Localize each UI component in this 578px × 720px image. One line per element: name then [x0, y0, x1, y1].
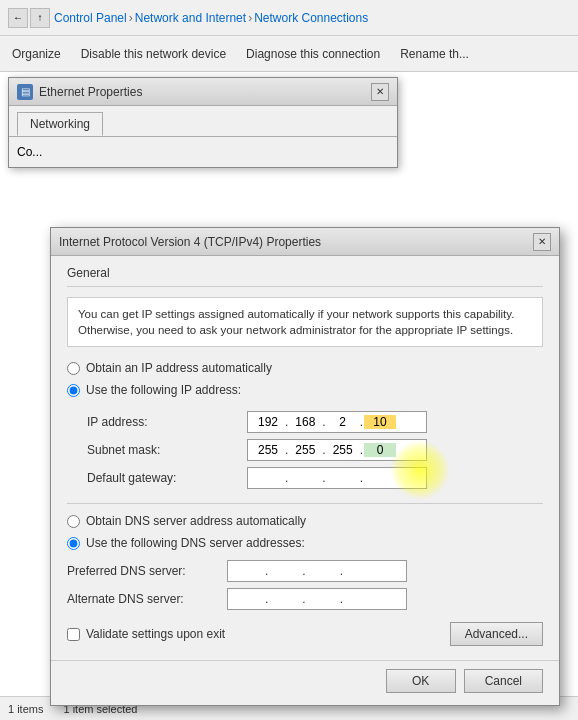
ip-dot-1: .	[285, 415, 288, 429]
tcpip-dialog: Internet Protocol Version 4 (TCP/IPv4) P…	[50, 227, 560, 706]
subnet-dot-1: .	[285, 443, 288, 457]
auto-ip-radio-label[interactable]: Obtain an IP address automatically	[67, 361, 543, 375]
subnet-octet-3[interactable]	[327, 443, 359, 457]
ip-dot-2: .	[322, 415, 325, 429]
ip-octet-4[interactable]	[364, 415, 396, 429]
manual-dns-label: Use the following DNS server addresses:	[86, 536, 305, 550]
adns-dot-1: .	[265, 592, 268, 606]
subnet-dot-2: .	[322, 443, 325, 457]
tcpip-close-button[interactable]: ✕	[533, 233, 551, 251]
default-gateway-row: Default gateway: . . .	[87, 467, 543, 489]
info-text: You can get IP settings assigned automat…	[67, 297, 543, 347]
ip-dot-3: .	[360, 415, 363, 429]
ip-address-row: IP address: . . .	[87, 411, 543, 433]
breadcrumb-control-panel[interactable]: Control Panel	[54, 11, 127, 25]
ethernet-title-left: ▤ Ethernet Properties	[17, 84, 142, 100]
pdns-octet-2[interactable]	[269, 564, 301, 578]
divider-1	[67, 503, 543, 504]
sep1: ›	[129, 11, 133, 25]
adns-octet-1[interactable]	[232, 592, 264, 606]
default-gateway-label: Default gateway:	[87, 471, 247, 485]
up-arrow[interactable]: ↑	[30, 8, 50, 28]
subnet-mask-label: Subnet mask:	[87, 443, 247, 457]
auto-ip-label: Obtain an IP address automatically	[86, 361, 272, 375]
validate-checkbox[interactable]	[67, 628, 80, 641]
pdns-octet-3[interactable]	[307, 564, 339, 578]
main-area: ▤ Ethernet Properties ✕ Networking Co...…	[0, 72, 578, 720]
subnet-mask-input-box[interactable]: . . .	[247, 439, 427, 461]
rename-btn[interactable]: Rename th...	[396, 45, 473, 63]
breadcrumb-connections[interactable]: Network Connections	[254, 11, 368, 25]
address-bar: ← ↑ Control Panel › Network and Internet…	[0, 0, 578, 36]
subnet-octet-1[interactable]	[252, 443, 284, 457]
networking-tab[interactable]: Networking	[17, 112, 103, 136]
gateway-octet-3[interactable]	[327, 471, 359, 485]
gateway-dot-3: .	[360, 471, 363, 485]
sep2: ›	[248, 11, 252, 25]
general-tab-label[interactable]: General	[67, 266, 543, 287]
adns-dot-3: .	[340, 592, 343, 606]
subnet-mask-row: Subnet mask: . . .	[87, 439, 543, 461]
auto-ip-radio[interactable]	[67, 362, 80, 375]
pdns-octet-4[interactable]	[344, 564, 376, 578]
items-count: 1 items	[8, 703, 43, 715]
ethernet-properties-dialog: ▤ Ethernet Properties ✕ Networking Co...	[8, 77, 398, 168]
adns-octet-4[interactable]	[344, 592, 376, 606]
subnet-octet-2[interactable]	[289, 443, 321, 457]
breadcrumb-network[interactable]: Network and Internet	[135, 11, 246, 25]
ip-octet-3[interactable]	[327, 415, 359, 429]
auto-dns-radio-label[interactable]: Obtain DNS server address automatically	[67, 514, 543, 528]
alternate-dns-row: Alternate DNS server: . . .	[67, 588, 543, 610]
toolbar: Organize Disable this network device Dia…	[0, 36, 578, 72]
ethernet-dialog-titlebar: ▤ Ethernet Properties ✕	[9, 78, 397, 106]
ip-address-input-box[interactable]: . . .	[247, 411, 427, 433]
manual-ip-radio[interactable]	[67, 384, 80, 397]
validate-checkbox-label[interactable]: Validate settings upon exit	[67, 627, 225, 641]
gateway-dot-1: .	[285, 471, 288, 485]
back-arrow[interactable]: ←	[8, 8, 28, 28]
pdns-octet-1[interactable]	[232, 564, 264, 578]
diagnose-btn[interactable]: Diagnose this connection	[242, 45, 384, 63]
default-gateway-input-box[interactable]: . . .	[247, 467, 427, 489]
tcpip-content: General You can get IP settings assigned…	[51, 256, 559, 656]
gateway-octet-1[interactable]	[252, 471, 284, 485]
organize-btn[interactable]: Organize	[8, 45, 65, 63]
bottom-section: Validate settings upon exit Advanced...	[67, 622, 543, 646]
adns-octet-3[interactable]	[307, 592, 339, 606]
manual-ip-label: Use the following IP address:	[86, 383, 241, 397]
ip-octet-2[interactable]	[289, 415, 321, 429]
preferred-dns-input-box[interactable]: . . .	[227, 560, 407, 582]
gateway-dot-2: .	[322, 471, 325, 485]
preferred-dns-label: Preferred DNS server:	[67, 564, 227, 578]
auto-dns-radio[interactable]	[67, 515, 80, 528]
ip-fields-section: IP address: . . . Su	[87, 411, 543, 489]
connection-label: Co...	[17, 145, 42, 159]
ip-address-label: IP address:	[87, 415, 247, 429]
ethernet-close-button[interactable]: ✕	[371, 83, 389, 101]
advanced-button[interactable]: Advanced...	[450, 622, 543, 646]
pdns-dot-2: .	[302, 564, 305, 578]
tcpip-title: Internet Protocol Version 4 (TCP/IPv4) P…	[59, 235, 321, 249]
pdns-dot-3: .	[340, 564, 343, 578]
validate-label: Validate settings upon exit	[86, 627, 225, 641]
subnet-octet-4[interactable]	[364, 443, 396, 457]
manual-dns-radio[interactable]	[67, 537, 80, 550]
subnet-dot-3: .	[360, 443, 363, 457]
alternate-dns-input-box[interactable]: . . .	[227, 588, 407, 610]
breadcrumb: Control Panel › Network and Internet › N…	[54, 11, 368, 25]
pdns-dot-1: .	[265, 564, 268, 578]
disable-btn[interactable]: Disable this network device	[77, 45, 230, 63]
cancel-button[interactable]: Cancel	[464, 669, 543, 693]
manual-ip-radio-label[interactable]: Use the following IP address:	[67, 383, 543, 397]
gateway-octet-4[interactable]	[364, 471, 396, 485]
ok-button[interactable]: OK	[386, 669, 456, 693]
manual-dns-radio-label[interactable]: Use the following DNS server addresses:	[67, 536, 543, 550]
dns-section: Obtain DNS server address automatically …	[67, 514, 543, 610]
dialog-footer: OK Cancel	[51, 660, 559, 705]
adns-octet-2[interactable]	[269, 592, 301, 606]
ip-radio-group: Obtain an IP address automatically Use t…	[67, 361, 543, 397]
auto-dns-label: Obtain DNS server address automatically	[86, 514, 306, 528]
gateway-octet-2[interactable]	[289, 471, 321, 485]
ip-octet-1[interactable]	[252, 415, 284, 429]
ethernet-icon: ▤	[17, 84, 33, 100]
